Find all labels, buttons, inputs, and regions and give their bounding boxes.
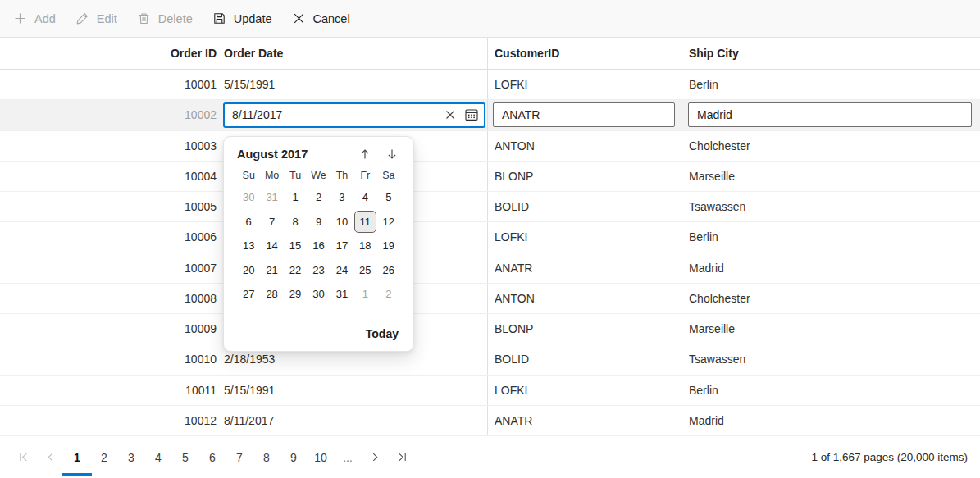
add-button[interactable]: Add [3, 0, 66, 37]
calendar-day[interactable]: 4 [353, 185, 376, 210]
clear-button[interactable] [440, 110, 460, 120]
column-header-customerid[interactable]: CustomerID [488, 38, 682, 69]
calendar-day[interactable]: 30 [307, 282, 330, 307]
page-10-button[interactable]: 10 [310, 436, 331, 478]
calendar-day[interactable]: 29 [284, 282, 307, 307]
calendar-day[interactable]: 13 [237, 234, 260, 258]
cell-order-id[interactable]: 10009 [0, 314, 221, 344]
calendar-day[interactable]: 20 [237, 258, 260, 283]
order-date-input[interactable] [225, 104, 440, 126]
cell-ship-city[interactable]: Tsawassen [682, 192, 980, 221]
calendar-day[interactable]: 6 [237, 210, 260, 234]
cell-order-date[interactable]: 5/15/1991 [221, 376, 488, 405]
last-page-button[interactable] [391, 436, 413, 478]
cell-order-id[interactable]: 10008 [0, 284, 221, 313]
delete-button[interactable]: Delete [127, 0, 203, 37]
page-5-button[interactable]: 5 [175, 436, 196, 478]
calendar-day[interactable]: 28 [260, 282, 283, 307]
cell-customerid[interactable]: BLONP [488, 314, 682, 344]
calendar-day[interactable]: 31 [260, 185, 283, 210]
datepicker-title[interactable]: August 2017 [237, 148, 358, 161]
update-button[interactable]: Update [203, 0, 282, 37]
cell-ship-city[interactable]: Marseille [682, 162, 980, 191]
cell-customerid[interactable]: ANATR [488, 253, 682, 283]
cell-customerid[interactable]: BOLID [488, 344, 682, 374]
calendar-day[interactable]: 1 [284, 185, 307, 210]
cell-customerid[interactable]: ANATR [488, 406, 682, 435]
prev-page-button[interactable] [39, 436, 61, 478]
cell-ship-city[interactable]: Madrid [682, 406, 980, 435]
calendar-day[interactable]: 2 [377, 282, 400, 307]
cell-order-id[interactable]: 10012 [0, 406, 221, 435]
cell-ship-city[interactable]: Berlin [682, 222, 980, 252]
calendar-day[interactable]: 30 [237, 185, 260, 210]
calendar-day[interactable]: 18 [353, 234, 376, 258]
page-4-button[interactable]: 4 [148, 436, 169, 478]
cell-ship-city[interactable]: Berlin [682, 376, 980, 405]
cell-customerid[interactable]: BOLID [488, 192, 682, 221]
cell-ship-city[interactable]: Marseille [682, 314, 980, 344]
cell-ship-city[interactable]: Cholchester [682, 131, 980, 161]
calendar-day[interactable]: 8 [284, 210, 307, 234]
cell-ship-city[interactable]: Berlin [682, 70, 980, 99]
calendar-day[interactable]: 16 [307, 234, 330, 258]
next-page-button[interactable] [364, 436, 385, 478]
page-1-button[interactable]: 1 [66, 436, 88, 478]
column-header-ship-city[interactable]: Ship City [682, 38, 980, 69]
cell-order-id[interactable]: 10011 [0, 376, 221, 405]
cell-order-id[interactable]: 10006 [0, 222, 221, 252]
calendar-day[interactable]: 23 [307, 258, 330, 283]
page-6-button[interactable]: 6 [202, 436, 223, 478]
cell-order-date[interactable]: 8/11/2017 [221, 406, 488, 435]
calendar-day[interactable]: 31 [330, 282, 353, 307]
first-page-button[interactable] [12, 436, 34, 478]
cell-customerid[interactable]: BLONP [488, 162, 682, 191]
ship-city-input[interactable] [688, 102, 972, 127]
cell-order-id[interactable]: 10007 [0, 253, 221, 283]
calendar-day[interactable]: 14 [260, 234, 283, 258]
calendar-day[interactable]: 19 [377, 234, 400, 258]
cell-customerid[interactable]: ANTON [488, 284, 682, 313]
cell-customerid[interactable]: LOFKI [488, 70, 682, 99]
today-button[interactable]: Today [366, 327, 399, 340]
column-header-order-id[interactable]: Order ID [0, 38, 221, 69]
cell-customerid[interactable]: ANTON [488, 131, 682, 161]
column-header-order-date[interactable]: Order Date [221, 38, 488, 69]
calendar-day[interactable]: 26 [377, 258, 400, 283]
page-7-button[interactable]: 7 [229, 436, 250, 478]
page-2-button[interactable]: 2 [93, 436, 115, 478]
cell-order-id[interactable]: 10004 [0, 162, 221, 191]
calendar-day[interactable]: 7 [260, 210, 283, 234]
cancel-button[interactable]: Cancel [282, 0, 360, 37]
calendar-day[interactable]: 17 [330, 234, 353, 258]
cell-customerid[interactable]: LOFKI [488, 222, 682, 252]
calendar-day[interactable]: 27 [237, 282, 260, 307]
cell-order-id[interactable]: 10003 [0, 131, 221, 161]
cell-order-id[interactable]: 10001 [0, 70, 221, 99]
calendar-day[interactable]: 10 [330, 210, 353, 234]
cell-ship-city[interactable]: Cholchester [682, 284, 980, 313]
cell-order-date[interactable]: 5/15/1991 [221, 70, 488, 99]
page-9-button[interactable]: 9 [283, 436, 304, 478]
calendar-day[interactable]: 21 [260, 258, 283, 283]
cell-order-id[interactable]: 10010 [0, 344, 221, 374]
cell-ship-city[interactable]: Tsawassen [682, 344, 980, 374]
arrow-up-icon[interactable] [358, 148, 371, 161]
arrow-down-icon[interactable] [385, 148, 399, 161]
customerid-input[interactable] [493, 102, 675, 127]
calendar-day[interactable]: 2 [307, 185, 330, 210]
page-8-button[interactable]: 8 [256, 436, 277, 478]
edit-button[interactable]: Edit [66, 0, 127, 37]
calendar-day[interactable]: 5 [377, 185, 400, 210]
calendar-day[interactable]: 25 [353, 258, 376, 283]
cell-customerid[interactable]: LOFKI [488, 376, 682, 405]
calendar-day[interactable]: 3 [330, 185, 353, 210]
calendar-day[interactable]: 1 [353, 282, 376, 307]
calendar-day[interactable]: 22 [284, 258, 307, 283]
page-3-button[interactable]: 3 [121, 436, 142, 478]
calendar-day[interactable]: 15 [284, 234, 307, 258]
calendar-day[interactable]: 24 [330, 258, 353, 283]
cell-order-id[interactable]: 10005 [0, 192, 221, 221]
calendar-day[interactable]: 12 [377, 210, 400, 234]
calendar-day-selected[interactable]: 11 [353, 210, 376, 234]
